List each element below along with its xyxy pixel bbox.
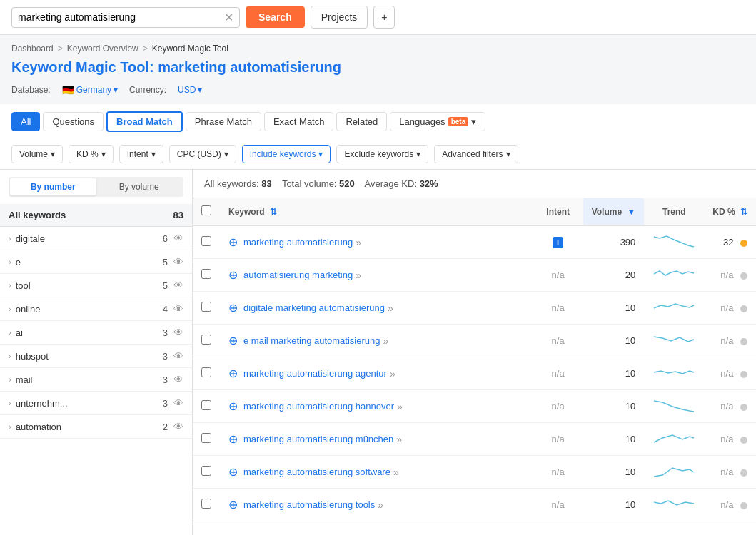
col-kd[interactable]: KD % ⇅ bbox=[704, 198, 756, 225]
tab-languages[interactable]: Languages beta ▾ bbox=[390, 112, 485, 131]
col-keyword[interactable]: Keyword ⇅ bbox=[220, 198, 533, 225]
keyword-text: marketing automatisierung agentur bbox=[243, 368, 387, 379]
database-country-link[interactable]: 🇩🇪 Germany ▾ bbox=[62, 84, 118, 96]
sidebar-item-mail[interactable]: › mail 3 👁 bbox=[0, 368, 192, 392]
filter-intent[interactable]: Intent ▾ bbox=[119, 145, 163, 163]
sidebar-item-unternehm[interactable]: › unternehm... 3 👁 bbox=[0, 392, 192, 415]
add-icon: ⊕ bbox=[228, 367, 238, 380]
match-tabs: All Questions Broad Match Phrase Match E… bbox=[11, 111, 745, 132]
row-checkbox[interactable] bbox=[201, 335, 211, 345]
keyword-cell[interactable]: ⊕marketing automatisierung agentur » bbox=[228, 367, 525, 380]
kd-cell: n/a bbox=[704, 423, 756, 456]
row-checkbox[interactable] bbox=[201, 236, 211, 246]
add-icon: ⊕ bbox=[228, 498, 238, 511]
filter-volume[interactable]: Volume ▾ bbox=[11, 145, 63, 163]
tab-phrase-match[interactable]: Phrase Match bbox=[186, 112, 261, 131]
sidebar: By number By volume All keywords 83 › di… bbox=[0, 170, 193, 535]
cpc-chevron-icon: ▾ bbox=[224, 149, 228, 159]
kd-dot bbox=[740, 272, 747, 280]
sidebar-item-digitale[interactable]: › digitale 6 👁 bbox=[0, 227, 192, 250]
tab-exact-match[interactable]: Exact Match bbox=[264, 112, 334, 131]
add-icon: ⊕ bbox=[228, 399, 238, 413]
sidebar-all-keywords-count: 83 bbox=[173, 210, 183, 220]
breadcrumb: Dashboard > Keyword Overview > Keyword M… bbox=[0, 35, 756, 56]
chevron-icon: › bbox=[9, 305, 11, 313]
row-checkbox[interactable] bbox=[201, 466, 211, 476]
add-icon: ⊕ bbox=[228, 268, 238, 282]
chevron-icon: › bbox=[9, 234, 11, 243]
sidebar-item-automation[interactable]: › automation 2 👁 bbox=[0, 415, 192, 439]
table-row: ⊕marketing automatisierung » I 390 32 bbox=[193, 225, 756, 259]
row-checkbox[interactable] bbox=[201, 367, 211, 377]
keyword-text: e mail marketing automatisierung bbox=[243, 335, 380, 346]
volume-value: 10 bbox=[583, 423, 645, 456]
keyword-cell[interactable]: ⊕marketing automatisierung münchen » bbox=[228, 432, 525, 446]
arrow-icon: » bbox=[383, 335, 388, 347]
sidebar-item-count: 4 bbox=[163, 304, 168, 315]
filter-advanced[interactable]: Advanced filters ▾ bbox=[434, 145, 518, 163]
keyword-cell[interactable]: ⊕marketing automatisierung software » bbox=[228, 465, 525, 479]
keyword-cell[interactable]: ⊕digitale marketing automatisierung » bbox=[228, 301, 525, 315]
sidebar-item-label: tool bbox=[16, 280, 163, 291]
exclude-chevron-icon: ▾ bbox=[416, 149, 420, 159]
projects-button[interactable]: Projects bbox=[311, 6, 368, 29]
clear-icon[interactable]: ✕ bbox=[224, 11, 233, 24]
keyword-cell[interactable]: ⊕marketing automatisierung » bbox=[228, 235, 525, 249]
view-by-volume[interactable]: By volume bbox=[96, 178, 183, 195]
chevron-icon: › bbox=[9, 352, 11, 360]
tab-all[interactable]: All bbox=[11, 112, 40, 131]
keyword-cell[interactable]: ⊕marketing automatisierung hannover » bbox=[228, 399, 525, 413]
trend-chart bbox=[652, 233, 695, 250]
sidebar-item-e[interactable]: › e 5 👁 bbox=[0, 250, 192, 274]
col-volume[interactable]: Volume ▼ bbox=[583, 198, 645, 225]
tab-broad-match[interactable]: Broad Match bbox=[106, 111, 183, 132]
currency-link[interactable]: USD ▾ bbox=[178, 85, 202, 95]
avg-kd-value: 32% bbox=[420, 178, 438, 189]
include-chevron-icon: ▾ bbox=[318, 149, 323, 159]
sidebar-item-ai[interactable]: › ai 3 👁 bbox=[0, 321, 192, 345]
col-trend: Trend bbox=[644, 198, 704, 225]
filter-cpc[interactable]: CPC (USD) ▾ bbox=[169, 145, 236, 163]
page-title-keyword: marketing automatisierung bbox=[158, 59, 341, 75]
row-checkbox[interactable] bbox=[201, 499, 211, 509]
add-project-button[interactable]: + bbox=[373, 6, 395, 29]
chevron-icon: › bbox=[9, 422, 11, 431]
eye-icon: 👁 bbox=[173, 421, 183, 432]
sidebar-item-count: 6 bbox=[163, 233, 168, 244]
filter-include-keywords[interactable]: Include keywords ▾ bbox=[242, 145, 331, 163]
sidebar-item-label: automation bbox=[16, 422, 163, 432]
search-input[interactable] bbox=[18, 11, 224, 23]
filter-row: Volume ▾ KD % ▾ Intent ▾ CPC (USD) ▾ Inc… bbox=[11, 139, 745, 169]
tab-related[interactable]: Related bbox=[336, 112, 387, 131]
sidebar-item-hubspot[interactable]: › hubspot 3 👁 bbox=[0, 345, 192, 368]
search-button[interactable]: Search bbox=[246, 6, 305, 28]
row-checkbox[interactable] bbox=[201, 302, 211, 312]
keyword-text: marketing automatisierung bbox=[243, 237, 353, 248]
header: ✕ Search Projects + bbox=[0, 0, 756, 35]
tab-questions[interactable]: Questions bbox=[43, 112, 104, 131]
eye-icon: 👁 bbox=[173, 256, 183, 268]
keyword-cell[interactable]: ⊕automatisierung marketing » bbox=[228, 268, 525, 282]
view-by-number[interactable]: By number bbox=[10, 178, 96, 195]
col-select-all[interactable] bbox=[193, 198, 220, 225]
row-checkbox[interactable] bbox=[201, 433, 211, 443]
sidebar-item-online[interactable]: › online 4 👁 bbox=[0, 297, 192, 321]
row-checkbox[interactable] bbox=[201, 400, 211, 410]
trend-chart bbox=[652, 298, 695, 315]
sidebar-item-count: 3 bbox=[163, 351, 168, 362]
keyword-cell[interactable]: ⊕marketing automatisierung tools » bbox=[228, 498, 525, 511]
filter-kd[interactable]: KD % ▾ bbox=[69, 145, 114, 163]
arrow-icon: » bbox=[388, 302, 393, 314]
breadcrumb-keyword-overview[interactable]: Keyword Overview bbox=[67, 44, 138, 54]
keyword-text: digitale marketing automatisierung bbox=[243, 302, 385, 313]
database-label: Database: bbox=[11, 85, 51, 95]
row-checkbox[interactable] bbox=[201, 269, 211, 279]
database-row: Database: 🇩🇪 Germany ▾ Currency: USD ▾ bbox=[0, 81, 756, 104]
sidebar-item-label: hubspot bbox=[16, 351, 163, 362]
breadcrumb-dashboard[interactable]: Dashboard bbox=[11, 44, 54, 54]
keyword-cell[interactable]: ⊕e mail marketing automatisierung » bbox=[228, 334, 525, 347]
select-all-checkbox[interactable] bbox=[201, 205, 211, 215]
sidebar-item-tool[interactable]: › tool 5 👁 bbox=[0, 274, 192, 297]
filter-exclude-keywords[interactable]: Exclude keywords ▾ bbox=[336, 145, 428, 163]
keyword-text: marketing automatisierung münchen bbox=[243, 434, 393, 444]
